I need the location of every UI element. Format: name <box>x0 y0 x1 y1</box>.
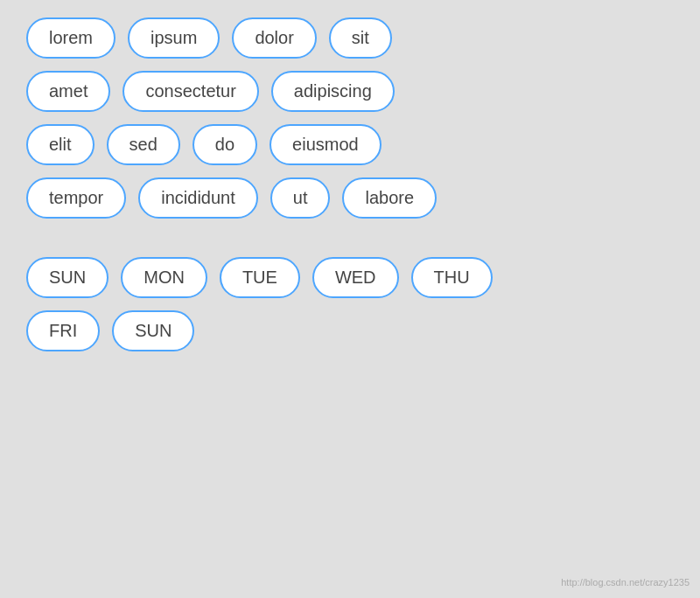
chip-day-tue-0-2[interactable]: TUE <box>220 257 300 298</box>
chip-day-fri-1-0[interactable]: FRI <box>26 310 100 351</box>
chip-day-mon-0-1[interactable]: MON <box>121 257 207 298</box>
word-row-4: temporincididuntutlabore <box>26 177 493 219</box>
chip-do[interactable]: do <box>192 124 257 165</box>
chip-amet[interactable]: amet <box>26 71 110 112</box>
watermark: http://blog.csdn.net/crazy1235 <box>561 577 690 588</box>
days-row-2: FRISUN <box>26 310 493 351</box>
chip-ipsum[interactable]: ipsum <box>128 17 220 59</box>
chip-container: loremipsumdolorsitametconsecteturadipisc… <box>26 17 493 364</box>
chip-sed[interactable]: sed <box>107 124 180 165</box>
chip-tempor[interactable]: tempor <box>26 177 126 219</box>
chip-sit[interactable]: sit <box>329 17 392 59</box>
chip-elit[interactable]: elit <box>26 124 94 165</box>
chip-day-sun-1-1[interactable]: SUN <box>112 310 194 351</box>
chip-consectetur[interactable]: consectetur <box>122 71 258 112</box>
chip-lorem[interactable]: lorem <box>26 17 116 59</box>
chip-day-wed-0-3[interactable]: WED <box>312 257 399 298</box>
chip-labore[interactable]: labore <box>342 177 437 219</box>
word-row-3: elitseddoeiusmod <box>26 124 493 165</box>
word-row-2: ametconsecteturadipiscing <box>26 71 493 112</box>
days-row-1: SUNMONTUEWEDTHU <box>26 257 493 298</box>
chip-day-sun-0-0[interactable]: SUN <box>26 257 108 298</box>
chip-adipiscing[interactable]: adipiscing <box>271 71 395 112</box>
section-divider <box>26 231 493 257</box>
chip-day-thu-0-4[interactable]: THU <box>411 257 493 298</box>
chip-dolor[interactable]: dolor <box>232 17 316 59</box>
chip-incididunt[interactable]: incididunt <box>138 177 258 219</box>
chip-eiusmod[interactable]: eiusmod <box>270 124 382 165</box>
chip-ut[interactable]: ut <box>270 177 331 219</box>
word-row-1: loremipsumdolorsit <box>26 17 493 59</box>
